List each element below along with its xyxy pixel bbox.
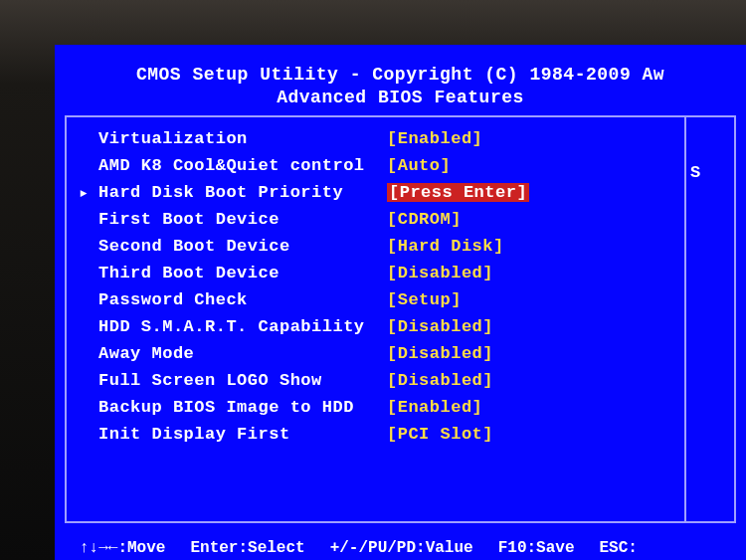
setting-value[interactable]: [Disabled] (387, 317, 493, 336)
setting-row[interactable]: Init Display First[PCI Slot] (79, 421, 672, 448)
setting-value[interactable]: [PCI Slot] (387, 425, 493, 444)
settings-list[interactable]: Virtualization[Enabled]AMD K8 Cool&Quiet… (67, 117, 686, 521)
bios-title: CMOS Setup Utility - Copyright (C) 1984-… (65, 65, 736, 85)
footer-hints: ↑↓→←:Move Enter:Select +/-/PU/PD:Value F… (65, 536, 736, 560)
hint-save: F10:Save (498, 539, 575, 557)
setting-value[interactable]: [Disabled] (387, 344, 493, 363)
setting-value[interactable]: [Enabled] (387, 398, 482, 417)
setting-label: AMD K8 Cool&Quiet control (98, 156, 387, 175)
setting-label: Backup BIOS Image to HDD (98, 398, 387, 417)
setting-row[interactable]: Virtualization[Enabled] (79, 125, 672, 152)
setting-value[interactable]: [Enabled] (387, 129, 482, 148)
hint-select: Enter:Select (190, 539, 304, 557)
setting-value[interactable]: [Press Enter] (387, 183, 529, 202)
bios-panel: Virtualization[Enabled]AMD K8 Cool&Quiet… (65, 115, 736, 523)
setting-value[interactable]: [Hard Disk] (387, 237, 504, 256)
setting-row[interactable]: AMD K8 Cool&Quiet control[Auto] (79, 152, 672, 179)
setting-row[interactable]: Password Check[Setup] (79, 286, 672, 313)
setting-label: Away Mode (98, 344, 387, 363)
hint-value: +/-/PU/PD:Value (330, 539, 473, 557)
setting-row[interactable]: Backup BIOS Image to HDD[Enabled] (79, 394, 672, 421)
setting-row[interactable]: Full Screen LOGO Show[Disabled] (79, 367, 672, 394)
setting-row[interactable]: Away Mode[Disabled] (79, 340, 672, 367)
setting-row[interactable]: Second Boot Device[Hard Disk] (79, 233, 672, 260)
help-column: S (686, 117, 734, 521)
setting-label: Third Boot Device (98, 264, 387, 282)
setting-label: Full Screen LOGO Show (98, 371, 387, 390)
setting-value[interactable]: [Auto] (387, 156, 451, 175)
setting-value[interactable]: [Disabled] (387, 371, 493, 390)
bios-screen: CMOS Setup Utility - Copyright (C) 1984-… (55, 45, 746, 560)
help-text: S (690, 163, 700, 182)
selection-indicator-icon: ▸ (79, 182, 98, 203)
setting-label: Virtualization (98, 129, 387, 148)
hint-move: ↑↓→←:Move (80, 539, 165, 557)
setting-row[interactable]: HDD S.M.A.R.T. Capability[Disabled] (79, 313, 672, 340)
setting-value[interactable]: [Disabled] (387, 264, 493, 282)
setting-row[interactable]: ▸Hard Disk Boot Priority[Press Enter] (79, 179, 672, 206)
setting-label: Init Display First (98, 425, 387, 444)
bios-subtitle: Advanced BIOS Features (65, 88, 736, 107)
setting-label: Second Boot Device (98, 237, 387, 256)
setting-label: Hard Disk Boot Priority (98, 183, 387, 202)
setting-value[interactable]: [CDROM] (387, 210, 462, 229)
hint-exit: ESC: (599, 539, 637, 557)
setting-label: First Boot Device (98, 210, 387, 229)
setting-label: HDD S.M.A.R.T. Capability (98, 317, 387, 336)
setting-value[interactable]: [Setup] (387, 290, 462, 309)
setting-row[interactable]: First Boot Device[CDROM] (79, 206, 672, 233)
setting-label: Password Check (98, 290, 387, 309)
setting-row[interactable]: Third Boot Device[Disabled] (79, 260, 672, 286)
